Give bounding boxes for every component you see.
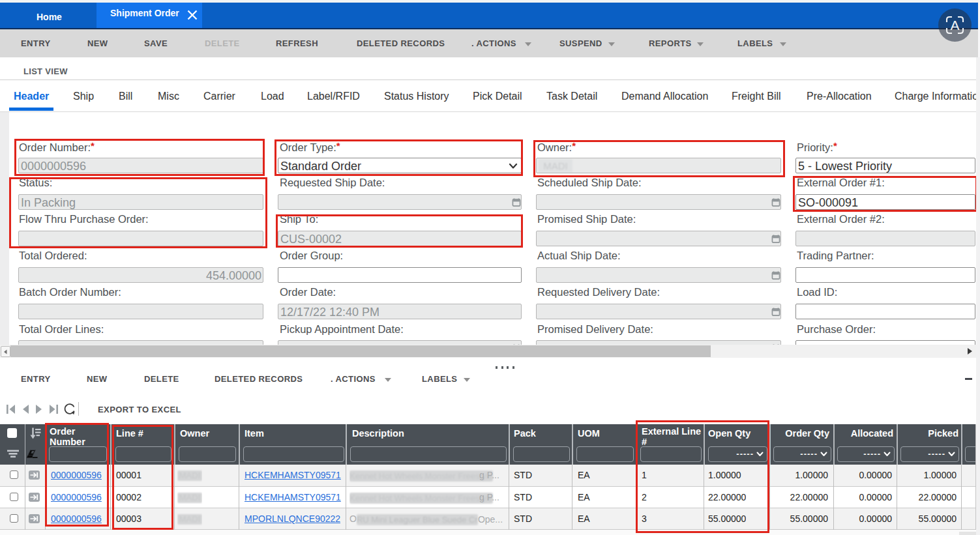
svg-text:A: A bbox=[950, 18, 959, 33]
